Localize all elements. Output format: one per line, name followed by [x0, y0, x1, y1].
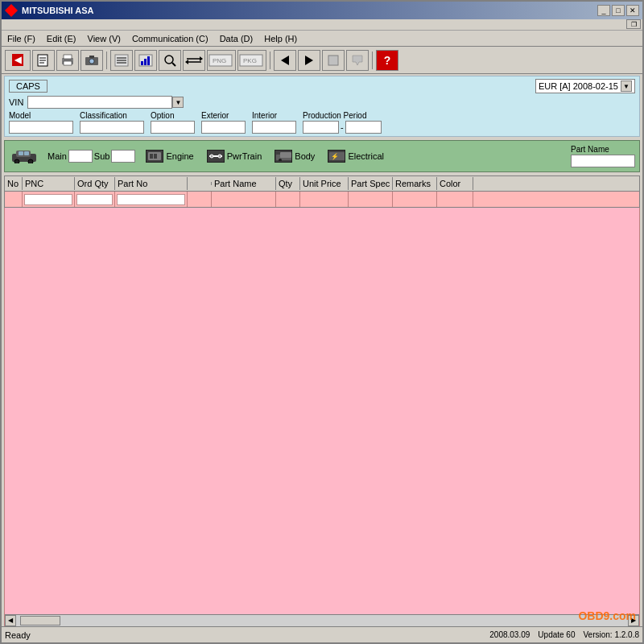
td-partno-1 — [115, 192, 188, 207]
model-row: Model Classification Option Exterior Int… — [9, 111, 635, 134]
toolbar-img-btn[interactable]: PNG — [207, 50, 236, 71]
exterior-input[interactable] — [201, 121, 246, 134]
eur-dropdown-arrow[interactable]: ▼ — [621, 80, 632, 92]
option-input[interactable] — [151, 121, 195, 134]
td-color-1 — [437, 192, 473, 207]
toolbar-stop-btn[interactable] — [322, 50, 345, 71]
th-ordqty: Ord Qty — [75, 177, 115, 190]
toolbar-nav-btn[interactable]: ◀ — [5, 50, 31, 71]
toolbar-back-btn[interactable] — [274, 50, 296, 71]
ordqty-input[interactable] — [76, 194, 113, 205]
scroll-left-btn[interactable]: ◀ — [5, 615, 16, 626]
th-pnc: PNC — [23, 177, 75, 190]
toolbar-search-btn[interactable] — [159, 50, 181, 71]
resize-button[interactable]: ❐ — [626, 19, 641, 29]
caps-tab[interactable]: CAPS — [9, 80, 47, 93]
menu-file[interactable]: File (F) — [5, 33, 38, 44]
date-label: 2008.03.09 — [489, 630, 530, 639]
model-input[interactable] — [9, 121, 73, 134]
toolbar-list-btn[interactable] — [110, 50, 133, 71]
vin-input[interactable] — [27, 96, 172, 109]
engine-btn[interactable]: Engine — [143, 149, 196, 163]
vin-row: VIN ▼ — [9, 96, 635, 109]
menu-data[interactable]: Data (D) — [217, 33, 256, 44]
th-color: Color — [437, 177, 473, 190]
menu-edit[interactable]: Edit (E) — [44, 33, 79, 44]
svg-rect-45 — [280, 152, 291, 158]
minimize-button[interactable]: _ — [597, 5, 610, 16]
interior-label: Interior — [252, 111, 296, 120]
th-no: No — [5, 177, 23, 190]
period-dash: - — [341, 122, 344, 132]
svg-rect-17 — [147, 56, 150, 65]
part-name-input[interactable] — [571, 155, 635, 167]
partno-input[interactable] — [117, 194, 185, 205]
toolbar-sep3 — [372, 52, 373, 69]
main-input[interactable] — [68, 150, 93, 163]
pnc-input[interactable] — [24, 194, 72, 205]
toolbar-doc1-btn[interactable] — [32, 50, 55, 71]
th-blank — [188, 182, 212, 185]
th-partno: Part No — [115, 177, 188, 190]
restore-button[interactable]: □ — [612, 5, 625, 16]
close-button[interactable]: ✕ — [626, 5, 639, 16]
svg-rect-16 — [144, 59, 147, 65]
classification-input[interactable] — [80, 121, 144, 134]
body-label: Body — [295, 151, 315, 161]
pwrtrain-icon — [207, 150, 225, 163]
svg-rect-15 — [141, 61, 143, 65]
svg-rect-37 — [24, 151, 29, 155]
caps-panel: CAPS EUR [A] 2008-02-15 ▼ VIN ▼ Model Cl… — [4, 76, 640, 137]
period-inputs: - — [303, 121, 382, 134]
svg-marker-21 — [200, 56, 203, 61]
svg-marker-29 — [305, 56, 313, 65]
svg-rect-39 — [150, 154, 153, 159]
svg-point-18 — [165, 56, 173, 64]
toolbar-dl-btn[interactable] — [346, 50, 369, 71]
pwrtrain-btn[interactable]: PwrTrain — [204, 149, 265, 163]
exterior-field: Exterior — [201, 111, 246, 134]
electrical-icon: ⚡ — [328, 150, 345, 163]
download-icon — [350, 54, 365, 67]
vin-input-wrapper: ▼ — [27, 96, 184, 109]
svg-point-43 — [218, 155, 221, 158]
td-unitp-1 — [300, 192, 349, 207]
body-btn[interactable]: Body — [272, 149, 317, 163]
td-partname-1 — [212, 192, 276, 207]
svg-point-8 — [89, 59, 94, 64]
toolbar-print-btn[interactable] — [56, 50, 79, 71]
menu-communication[interactable]: Communication (C) — [130, 33, 211, 44]
menu-view[interactable]: View (V) — [85, 33, 123, 44]
menu-help[interactable]: Help (H) — [262, 33, 299, 44]
doc-icon — [36, 54, 51, 67]
interior-input[interactable] — [252, 121, 296, 134]
toolbar-transfer-btn[interactable] — [183, 50, 205, 71]
pwrtrain-label: PwrTrain — [227, 151, 262, 161]
caps-tab-area: CAPS — [9, 80, 47, 93]
scroll-track — [16, 615, 628, 626]
toolbar-pkg-btn[interactable]: PKG — [237, 50, 266, 71]
vin-dropdown-arrow[interactable]: ▼ — [172, 97, 184, 108]
main-sub-area: Main Sub — [47, 150, 135, 163]
toolbar-camera-btn[interactable] — [80, 50, 103, 71]
toolbar-help-btn[interactable]: ? — [376, 50, 398, 71]
period-to-input[interactable] — [345, 121, 382, 134]
app-title: MITSUBISHI ASA — [22, 6, 93, 15]
td-no-1 — [5, 192, 23, 207]
electrical-btn[interactable]: ⚡ Electrical — [325, 149, 386, 163]
caps-header-row: CAPS EUR [A] 2008-02-15 ▼ — [9, 79, 635, 93]
print-icon — [60, 54, 75, 67]
toolbar-forward-btn[interactable] — [298, 50, 320, 71]
part-name-label: Part Name — [571, 145, 635, 154]
search-icon — [163, 54, 177, 67]
period-from-input[interactable] — [303, 121, 339, 134]
watermark: OBD9.com — [578, 609, 636, 622]
sub-input[interactable] — [111, 150, 135, 163]
eur-dropdown[interactable]: EUR [A] 2008-02-15 ▼ — [535, 79, 635, 93]
toolbar-chart-btn[interactable] — [134, 50, 157, 71]
title-bar-left: MITSUBISHI ASA — [5, 4, 93, 17]
car-category-btn[interactable] — [9, 148, 39, 164]
scroll-thumb[interactable] — [20, 616, 60, 625]
transfer-icon — [185, 54, 203, 67]
table-header: No PNC Ord Qty Part No Part Name Qty Uni… — [4, 175, 640, 192]
